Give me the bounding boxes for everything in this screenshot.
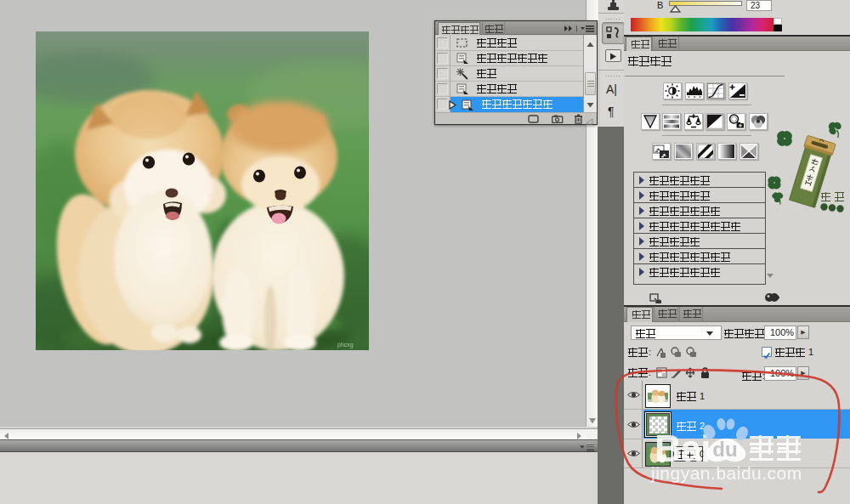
svg-text:phcxg: phcxg (337, 342, 354, 348)
svg-text:du: du (712, 438, 737, 461)
